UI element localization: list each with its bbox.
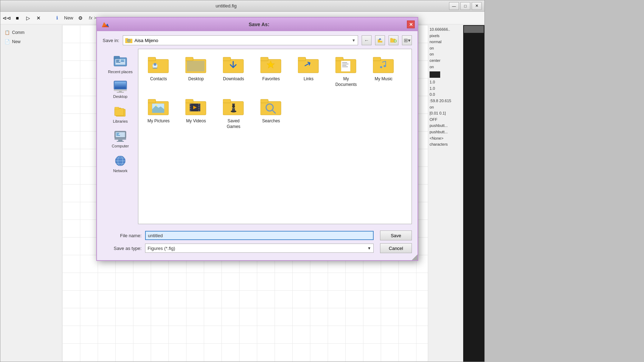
my-documents-folder-icon bbox=[335, 56, 357, 74]
svg-rect-62 bbox=[335, 57, 343, 61]
svg-rect-88 bbox=[198, 110, 200, 111]
searches-folder-icon bbox=[260, 98, 282, 116]
matlab-titlebar: untitled.fig — □ ✕ bbox=[0, 0, 484, 12]
file-item-favorites[interactable]: Favorites bbox=[255, 53, 287, 90]
sidebar-libraries-label: Libraries bbox=[113, 119, 128, 123]
save-as-dialog: Save As: ✕ Save in: Aisa Mijeno ▼ bbox=[96, 17, 418, 261]
val-13: on bbox=[430, 104, 462, 111]
toolbar-info[interactable]: ℹ bbox=[52, 13, 62, 23]
cancel-button[interactable]: Cancel bbox=[380, 243, 412, 253]
sidebar-recent-places[interactable]: Recent places bbox=[104, 52, 137, 76]
my-documents-label: My Documents bbox=[333, 76, 360, 87]
toolbar-settings[interactable]: ⚙ bbox=[75, 13, 85, 23]
window-controls[interactable]: — □ ✕ bbox=[449, 2, 482, 10]
network-icon bbox=[113, 154, 127, 167]
file-name-input[interactable] bbox=[145, 231, 374, 240]
searches-label: Searches bbox=[262, 118, 280, 124]
val-5: on bbox=[430, 51, 462, 58]
svg-rect-39 bbox=[116, 133, 119, 134]
toolbar-forward[interactable]: ▷ bbox=[23, 13, 33, 23]
svg-rect-73 bbox=[148, 99, 156, 103]
file-item-my-documents[interactable]: My Documents bbox=[330, 53, 362, 90]
svg-rect-99 bbox=[260, 99, 268, 103]
svg-rect-48 bbox=[148, 57, 156, 61]
minimize-btn[interactable]: — bbox=[449, 2, 459, 10]
file-item-my-music[interactable]: My Music bbox=[368, 53, 399, 90]
svg-rect-12 bbox=[390, 38, 392, 40]
dialog-content: Recent places Desktop bbox=[103, 49, 412, 224]
svg-rect-47 bbox=[148, 59, 168, 73]
my-pictures-label: My Pictures bbox=[148, 118, 170, 124]
val-19: <None> bbox=[430, 135, 462, 142]
dark-right-panel bbox=[463, 25, 484, 362]
val-17: pushbutt... bbox=[430, 129, 462, 135]
sidebar-desktop-label: Desktop bbox=[113, 94, 127, 99]
svg-point-94 bbox=[232, 108, 235, 109]
action-buttons: Save bbox=[380, 230, 412, 240]
toolbar-close[interactable]: ✕ bbox=[34, 13, 44, 23]
val-11: 0.0 bbox=[430, 92, 462, 98]
file-item-downloads[interactable]: Downloads bbox=[218, 53, 249, 90]
svg-rect-82 bbox=[190, 106, 191, 107]
dialog-files-area[interactable]: Contacts Desktop bbox=[138, 49, 412, 224]
toolbar-stop[interactable]: ■ bbox=[12, 13, 22, 23]
svg-rect-64 bbox=[342, 62, 347, 63]
file-name-label: File name: bbox=[103, 233, 142, 238]
svg-rect-19 bbox=[116, 60, 120, 60]
cancel-btn-area: Cancel bbox=[380, 243, 412, 253]
sidebar-libraries[interactable]: Libraries bbox=[104, 103, 137, 126]
dialog-title: Save As: bbox=[111, 22, 407, 27]
close-btn[interactable]: ✕ bbox=[472, 2, 482, 10]
right-values-panel: 10.666666.. pixels normal on on center o… bbox=[428, 25, 463, 362]
my-videos-folder-icon bbox=[185, 98, 207, 116]
sidebar-new[interactable]: 📄 New bbox=[0, 37, 62, 46]
sidebar-network[interactable]: Network bbox=[104, 152, 137, 175]
my-music-folder-icon bbox=[373, 56, 394, 74]
svg-point-50 bbox=[154, 63, 156, 66]
favorites-folder-icon bbox=[260, 56, 282, 74]
maximize-btn[interactable]: □ bbox=[460, 2, 470, 10]
sidebar-desktop[interactable]: Desktop bbox=[104, 78, 137, 101]
save-button[interactable]: Save bbox=[380, 230, 412, 240]
val-15: OFF bbox=[430, 117, 462, 123]
file-item-contacts[interactable]: Contacts bbox=[143, 53, 174, 90]
file-item-links[interactable]: Links bbox=[293, 53, 324, 90]
svg-rect-85 bbox=[198, 104, 200, 105]
svg-rect-37 bbox=[118, 140, 122, 141]
nav-up-button[interactable] bbox=[375, 35, 385, 45]
dialog-body: Save in: Aisa Mijeno ▼ ← bbox=[97, 31, 418, 260]
svg-rect-77 bbox=[152, 109, 164, 113]
saved-games-folder-icon bbox=[223, 98, 244, 116]
save-type-dropdown[interactable]: Figures (*.fig) ▼ bbox=[145, 244, 374, 253]
svg-rect-52 bbox=[185, 57, 193, 61]
dialog-close-button[interactable]: ✕ bbox=[407, 21, 415, 28]
toolbar-back[interactable]: ⊲⊲ bbox=[2, 13, 12, 23]
nav-new-folder-button[interactable] bbox=[389, 35, 398, 45]
file-item-searches[interactable]: Searches bbox=[255, 95, 287, 132]
nav-back-button[interactable]: ← bbox=[362, 35, 372, 45]
save-in-dropdown[interactable]: Aisa Mijeno ▼ bbox=[123, 35, 358, 45]
file-item-my-videos[interactable]: My Videos bbox=[180, 95, 212, 132]
saved-games-label: Saved Games bbox=[220, 118, 247, 129]
sidebar-recent-places-label: Recent places bbox=[108, 70, 133, 74]
nav-views-button[interactable]: ⊞▾ bbox=[402, 35, 412, 45]
val-8 bbox=[430, 71, 440, 78]
file-item-desktop[interactable]: Desktop bbox=[180, 53, 212, 90]
dialog-titlebar: Save As: ✕ bbox=[97, 18, 418, 31]
svg-rect-84 bbox=[190, 110, 191, 111]
my-videos-label: My Videos bbox=[186, 118, 206, 124]
save-type-label: Save as type: bbox=[103, 246, 142, 251]
file-item-my-pictures[interactable]: My Pictures bbox=[143, 95, 174, 132]
save-in-label: Save in: bbox=[103, 38, 119, 43]
svg-rect-83 bbox=[190, 108, 191, 109]
val-9: 1.0 bbox=[430, 79, 462, 86]
my-music-label: My Music bbox=[375, 76, 393, 82]
svg-rect-60 bbox=[298, 57, 306, 61]
val-16: pushbutt... bbox=[430, 123, 462, 129]
resize-handle[interactable] bbox=[412, 255, 418, 260]
recent-places-icon bbox=[113, 54, 127, 68]
file-item-saved-games[interactable]: Saved Games bbox=[218, 95, 249, 132]
sidebar-computer[interactable]: Computer bbox=[104, 127, 137, 151]
sidebar-comm[interactable]: 📋 Comm bbox=[0, 28, 62, 37]
svg-rect-41 bbox=[116, 135, 120, 136]
